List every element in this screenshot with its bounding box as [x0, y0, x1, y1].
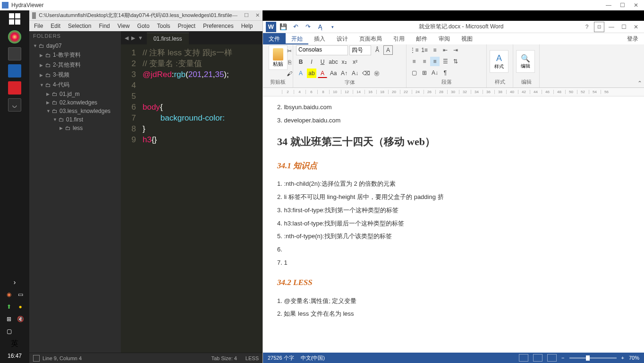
- format-painter-icon[interactable]: 🖌: [285, 69, 294, 78]
- ribbon-display-icon[interactable]: ⊡: [594, 22, 604, 32]
- tab-design[interactable]: 设计: [331, 33, 354, 44]
- tray-icon-1[interactable]: ◉: [4, 290, 14, 299]
- maximize-icon[interactable]: ☐: [244, 12, 249, 18]
- code-lines[interactable]: // 注释 less 支持 跟js一样 // 变量名 :变量值 @jdRed:r…: [141, 44, 263, 353]
- doc-line[interactable]: 7. 1: [277, 257, 630, 269]
- heading-2[interactable]: 34.1 知识点: [277, 158, 630, 173]
- heading-1[interactable]: 34 就业班第三十四天（移动 web）: [277, 132, 630, 152]
- login-link[interactable]: 登录: [621, 33, 644, 44]
- copy-icon[interactable]: ⎘: [285, 58, 294, 67]
- change-case-icon[interactable]: Aa: [329, 69, 338, 78]
- decrease-indent-icon[interactable]: ⇤: [441, 45, 450, 55]
- battery-icon[interactable]: ▭: [16, 290, 25, 299]
- doc-line[interactable]: 3. h3:first-of-type:找到第一个这种类型的标签: [277, 205, 630, 216]
- undo-icon[interactable]: ↶: [290, 22, 301, 32]
- shrink-font-icon[interactable]: A: [383, 45, 393, 55]
- web-layout-icon[interactable]: [547, 354, 557, 362]
- subscript-button[interactable]: x₂: [339, 57, 349, 67]
- close-icon[interactable]: ✕: [255, 12, 260, 18]
- menu-file[interactable]: File: [31, 22, 46, 30]
- grow-font-icon[interactable]: Â: [373, 45, 382, 55]
- doc-line[interactable]: 5. :nth-of-type(n):找到第几个该类型的标签: [277, 231, 630, 242]
- text-effects-icon[interactable]: A: [296, 69, 305, 78]
- tab-review[interactable]: 审阅: [433, 33, 456, 44]
- zoom-out-icon[interactable]: −: [561, 355, 564, 361]
- tray-icon-2[interactable]: ⬆: [4, 302, 14, 311]
- doc-line[interactable]: 4. h3:last-of-type:找到最后一个这种类型的标签: [277, 218, 630, 230]
- file-tab[interactable]: 01.first.less: [147, 33, 189, 44]
- enclose-icon[interactable]: ㊙: [372, 69, 381, 78]
- status-box-icon[interactable]: [33, 355, 40, 362]
- tab-mailings[interactable]: 邮件: [410, 33, 433, 44]
- close-icon[interactable]: ✕: [631, 22, 641, 32]
- code-area[interactable]: 123456789 // 注释 less 支持 跟js一样 // 变量名 :变量…: [121, 44, 263, 353]
- qat-icon[interactable]: Ą: [315, 22, 325, 32]
- language-indicator[interactable]: 中文(中国): [301, 354, 325, 362]
- volume-mute-icon[interactable]: 🔇: [16, 314, 25, 324]
- heading-2[interactable]: 34.2 LESS: [277, 275, 630, 290]
- terminal-icon[interactable]: [8, 47, 21, 60]
- tab-file[interactable]: 文件: [263, 33, 286, 44]
- line-spacing-icon[interactable]: ⇅: [451, 57, 460, 66]
- tab-size[interactable]: Tab Size: 4: [211, 355, 237, 361]
- italic-button[interactable]: I: [307, 57, 316, 67]
- numbering-icon[interactable]: 1≡: [420, 45, 429, 55]
- highlight-icon[interactable]: ab: [307, 69, 316, 78]
- ime-indicator[interactable]: 英: [11, 339, 18, 349]
- menu-view[interactable]: View: [115, 22, 133, 30]
- help-icon[interactable]: ?: [582, 22, 592, 32]
- align-left-icon[interactable]: ≡: [409, 57, 419, 66]
- tray-icon-4[interactable]: [16, 327, 25, 336]
- print-layout-icon[interactable]: [519, 354, 528, 362]
- menu-edit[interactable]: Edit: [48, 22, 63, 30]
- font-color-icon[interactable]: A: [318, 69, 327, 78]
- bold-button[interactable]: B: [296, 57, 305, 67]
- maximize-icon[interactable]: ☐: [620, 2, 625, 9]
- find-button[interactable]: 🔍编辑: [516, 50, 535, 73]
- folder-item[interactable]: ▶🗀less: [29, 124, 121, 132]
- tab-home[interactable]: 开始: [286, 33, 308, 44]
- word-count[interactable]: 27526 个字: [268, 354, 294, 362]
- folder-item[interactable]: ▶🗀2-其他资料: [29, 60, 121, 70]
- cut-icon[interactable]: ✂: [285, 46, 294, 56]
- folder-item[interactable]: ▶🗀1-教学资料: [29, 50, 121, 60]
- folder-item[interactable]: ▶🗀01.jd_m: [29, 90, 121, 98]
- doc-line[interactable]: 1. :nth-child(2n):选择位置为 2 的倍数的元素: [277, 178, 630, 190]
- font-name-select[interactable]: Consolas: [296, 45, 348, 55]
- horizontal-ruler[interactable]: 2468101214161820222426283032343638404244…: [263, 88, 644, 96]
- sort-icon[interactable]: A↓: [430, 68, 440, 78]
- collapse-ribbon-icon[interactable]: ⌃: [637, 80, 642, 86]
- zoom-in-icon[interactable]: +: [621, 355, 624, 361]
- borders-icon[interactable]: ⊞: [420, 68, 429, 78]
- doc-line[interactable]: 2. lbsyun.baidu.com: [277, 102, 630, 113]
- multilevel-icon[interactable]: ≡: [430, 45, 440, 55]
- expand-tray-icon[interactable]: ›: [14, 278, 16, 286]
- word-app-icon[interactable]: W: [266, 22, 276, 32]
- minimize-icon[interactable]: —: [606, 22, 617, 32]
- increase-indent-icon[interactable]: ⇥: [451, 45, 460, 55]
- doc-line[interactable]: 6.: [277, 244, 630, 256]
- menu-preferences[interactable]: Preferences: [200, 22, 237, 30]
- folder-root[interactable]: ▼🗀day07: [29, 42, 121, 50]
- folder-item[interactable]: ▶🗀3-视频: [29, 70, 121, 80]
- read-mode-icon[interactable]: [533, 354, 542, 362]
- doc-line[interactable]: 2. 如果 less 文件在名为 less: [277, 308, 630, 320]
- syntax-lang[interactable]: LESS: [246, 355, 259, 361]
- shading-icon[interactable]: ▢: [409, 68, 419, 78]
- minimize-icon[interactable]: —: [232, 12, 237, 18]
- font-size-select[interactable]: 四号: [349, 45, 371, 55]
- minimize-icon[interactable]: —: [606, 2, 611, 9]
- app-icon-3[interactable]: ◡: [8, 98, 21, 112]
- distribute-icon[interactable]: ☰: [441, 57, 450, 66]
- tab-view[interactable]: 视图: [456, 33, 478, 44]
- folder-item[interactable]: ▶🗀02.konwledges: [29, 98, 121, 107]
- show-marks-icon[interactable]: ¶: [441, 68, 450, 78]
- redo-icon[interactable]: ↷: [303, 22, 313, 32]
- document-body[interactable]: 2. lbsyun.baidu.com 3. developer.baidu.c…: [263, 96, 644, 353]
- taskbar-clock[interactable]: 16:47: [8, 353, 22, 359]
- doc-line[interactable]: 1. @变量名:属性值; 定义变量: [277, 295, 630, 307]
- close-icon[interactable]: ✕: [634, 2, 638, 9]
- nav-fwd-icon[interactable]: ▶: [131, 35, 135, 41]
- tab-references[interactable]: 引用: [388, 33, 410, 44]
- tab-insert[interactable]: 插入: [308, 33, 331, 44]
